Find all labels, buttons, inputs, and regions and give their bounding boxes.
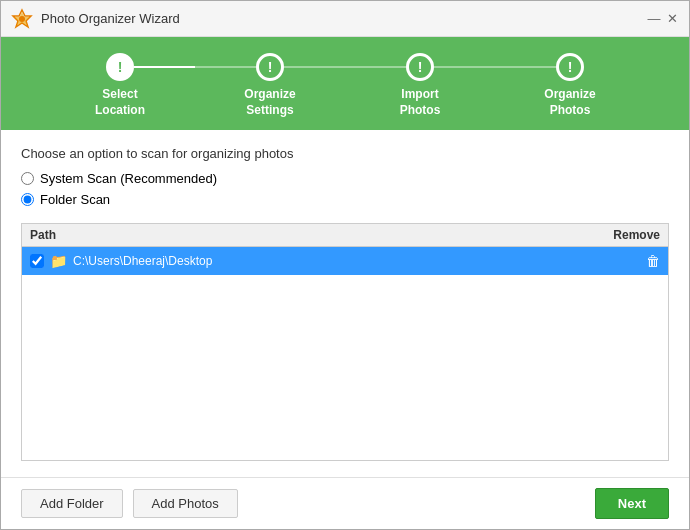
radio-folder-label: Folder Scan: [40, 192, 110, 207]
col-remove-header: Remove: [600, 228, 660, 242]
svg-point-2: [19, 16, 25, 22]
step-circle-2: !: [256, 53, 284, 81]
title-bar: Photo Organizer Wizard — ✕: [1, 1, 689, 37]
add-folder-button[interactable]: Add Folder: [21, 489, 123, 518]
app-window: Photo Organizer Wizard — ✕ ! SelectLocat…: [0, 0, 690, 530]
step-label-1: SelectLocation: [95, 87, 145, 118]
line-left-4: [495, 66, 556, 68]
line-none-4: [584, 66, 645, 68]
line-right-1: [134, 66, 195, 68]
step-select-location[interactable]: ! SelectLocation: [45, 53, 195, 118]
table-body: 📁 C:\Users\Dheeraj\Desktop 🗑: [22, 247, 668, 460]
col-path-header: Path: [30, 228, 600, 242]
window-controls: — ✕: [647, 12, 679, 26]
content-description: Choose an option to scan for organizing …: [21, 146, 669, 161]
next-button[interactable]: Next: [595, 488, 669, 519]
folder-table: Path Remove 📁 C:\Users\Dheeraj\Desktop 🗑: [21, 223, 669, 461]
step-circle-3: !: [406, 53, 434, 81]
folder-icon: 📁: [50, 253, 67, 269]
table-header: Path Remove: [22, 224, 668, 247]
close-button[interactable]: ✕: [665, 12, 679, 26]
radio-folder-scan[interactable]: Folder Scan: [21, 192, 669, 207]
line-left-2: [195, 66, 256, 68]
step-label-2: OrganizeSettings: [244, 87, 295, 118]
minimize-button[interactable]: —: [647, 12, 661, 26]
step-label-4: OrganizePhotos: [544, 87, 595, 118]
steps-row: ! SelectLocation ! OrganizeSettings !: [1, 53, 689, 118]
footer: Add Folder Add Photos Next: [1, 477, 689, 529]
step-circle-1: !: [106, 53, 134, 81]
step-circle-4: !: [556, 53, 584, 81]
line-left-3: [345, 66, 406, 68]
radio-system-label: System Scan (Recommended): [40, 171, 217, 186]
line-none: [45, 66, 106, 68]
wizard-header: ! SelectLocation ! OrganizeSettings !: [1, 37, 689, 130]
content-area: Choose an option to scan for organizing …: [1, 130, 689, 477]
radio-system-scan[interactable]: System Scan (Recommended): [21, 171, 669, 186]
table-row[interactable]: 📁 C:\Users\Dheeraj\Desktop 🗑: [22, 247, 668, 275]
line-right-3: [434, 66, 495, 68]
add-photos-button[interactable]: Add Photos: [133, 489, 238, 518]
row-checkbox[interactable]: [30, 254, 44, 268]
line-right-2: [284, 66, 345, 68]
row-path-value: C:\Users\Dheeraj\Desktop: [73, 254, 600, 268]
step-import-photos[interactable]: ! ImportPhotos: [345, 53, 495, 118]
delete-row-button[interactable]: 🗑: [600, 253, 660, 269]
app-logo: [11, 8, 33, 30]
step-label-3: ImportPhotos: [400, 87, 441, 118]
window-title: Photo Organizer Wizard: [41, 11, 647, 26]
radio-system-input[interactable]: [21, 172, 34, 185]
step-organize-photos[interactable]: ! OrganizePhotos: [495, 53, 645, 118]
radio-folder-input[interactable]: [21, 193, 34, 206]
step-organize-settings[interactable]: ! OrganizeSettings: [195, 53, 345, 118]
